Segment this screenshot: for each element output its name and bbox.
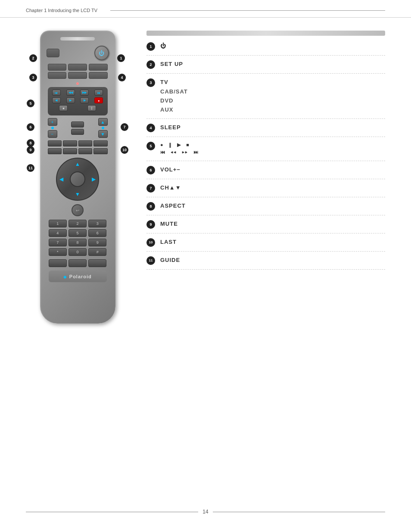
bottom-btn-1[interactable] [49, 259, 67, 267]
vol-down-button[interactable]: − [48, 130, 57, 138]
label-item-10: 10 LAST [146, 233, 385, 252]
src-btn[interactable] [48, 72, 67, 79]
small-btn-6[interactable] [63, 148, 77, 154]
label-text-3: TV [160, 78, 188, 87]
return-icon: ↩ [76, 208, 79, 213]
misc-btn-1[interactable] [71, 121, 84, 128]
power-button[interactable]: ⏻ [94, 46, 109, 60]
transport-row-3: ■ ‖ [50, 105, 106, 111]
key-5[interactable]: 5 [68, 229, 87, 237]
key-4[interactable]: 4 [49, 229, 67, 237]
label-group-7: CH▲▼ [160, 184, 181, 193]
fast-forward-button[interactable]: ▶▶ [80, 90, 89, 96]
key-0[interactable]: 0 [68, 248, 87, 256]
remote-top-bar [60, 37, 95, 40]
dpad-down-button[interactable]: ▼ [75, 191, 80, 197]
small-btn-7[interactable] [78, 148, 93, 154]
small-btn-2[interactable] [63, 140, 77, 146]
ch-up-button[interactable]: ▲ [98, 118, 108, 126]
label-group-5: ● ‖ ▶ ■ ⏮ ◀◀ ▶▶ ⏭ [160, 141, 199, 156]
label-item-3: 3 TV CAB/SAT DVD AUX [146, 74, 385, 119]
labels-top-bar [146, 31, 385, 36]
key-2[interactable]: 2 [68, 220, 87, 227]
rewind-button[interactable]: ◀◀ [66, 90, 75, 96]
ch-down-button[interactable]: ▼ [98, 130, 108, 138]
label-num-5: 5 [146, 142, 155, 150]
label-num-1: 1 [146, 42, 155, 51]
key-3[interactable]: 3 [88, 220, 106, 227]
label-num-6: 6 [146, 166, 155, 174]
transport-row-1: ⏮ ◀◀ ▶▶ ⏭ [50, 90, 106, 96]
src-btn[interactable] [68, 64, 87, 71]
label-group-11: GUIDE [160, 256, 180, 265]
small-btn-4[interactable] [93, 140, 108, 146]
dpad-center-button[interactable] [70, 171, 85, 187]
skip-back-button[interactable]: ⏮ [52, 90, 61, 96]
small-btn-5[interactable] [48, 148, 62, 154]
numeric-keypad: 1 2 3 4 5 6 7 8 9 * 0 # [49, 220, 107, 256]
src-btn[interactable] [48, 64, 67, 71]
play-left-button[interactable]: ◀ [52, 97, 61, 103]
key-hash[interactable]: # [88, 248, 106, 256]
label-group-1: ⏻ [160, 42, 166, 51]
chapter-label: Chapter 1 Introducing the LCD TV [26, 8, 97, 13]
key-8[interactable]: 8 [68, 239, 87, 246]
dpad-up-button[interactable]: ▲ [75, 161, 80, 167]
callout-4: 4 [118, 74, 126, 81]
play-button[interactable]: ▶ [66, 97, 75, 103]
power-icon: ⏻ [99, 50, 104, 56]
label-text-9: MUTE [160, 220, 178, 229]
bottom-buttons [49, 259, 107, 267]
label-text-11: GUIDE [160, 256, 180, 265]
label-group-3: TV CAB/SAT DVD AUX [160, 78, 188, 114]
label-item-5: 5 ● ‖ ▶ ■ ⏮ ◀◀ ▶▶ ⏭ [146, 137, 385, 161]
label-num-10: 10 [146, 238, 155, 247]
misc-btn-2[interactable] [71, 129, 84, 135]
key-7[interactable]: 7 [49, 239, 67, 246]
src-btn[interactable] [89, 64, 108, 71]
label-text-5a: ● ‖ ▶ ■ [160, 141, 199, 149]
small-buttons-row-2 [48, 148, 108, 154]
remote-top-row: ⏻ [44, 46, 111, 60]
dpad-right-button[interactable]: ▶ [92, 176, 96, 182]
small-btn-1[interactable] [48, 140, 62, 146]
record-button[interactable]: ● [94, 97, 103, 103]
brand-name: Polaroid [69, 274, 92, 279]
pause-button[interactable]: ‖ [87, 105, 96, 111]
label-item-4: 4 SLEEP [146, 119, 385, 137]
src-btn[interactable] [89, 72, 108, 79]
volume-block: + − [48, 118, 57, 138]
label-item-6: 6 VOL+− [146, 161, 385, 179]
label-num-11: 11 [146, 256, 155, 265]
dpad: ▲ ▼ ◀ ▶ [56, 158, 99, 201]
key-6[interactable]: 6 [88, 229, 106, 237]
label-item-8: 8 ASPECT [146, 197, 385, 215]
label-item-11: 11 GUIDE [146, 252, 385, 270]
polaroid-diamond-icon: ◆ [63, 274, 67, 279]
label-sub-aux: AUX [160, 105, 188, 114]
key-9[interactable]: 9 [88, 239, 106, 246]
callout-6: 6 [27, 123, 34, 131]
labels-section: 1 ⏻ 2 SET UP 3 TV CAB/SAT DVD AUX [146, 31, 385, 324]
remote-logo: ◆ Polaroid [49, 271, 107, 282]
small-btn-8[interactable] [93, 148, 108, 154]
label-group-4: SLEEP [160, 123, 181, 132]
callout-10: 10 [121, 146, 128, 154]
vol-ch-section: + − ▲ ▼ [48, 118, 108, 138]
label-num-4: 4 [146, 124, 155, 132]
play-right-button[interactable]: ▶ [80, 97, 89, 103]
vol-up-button[interactable]: + [48, 118, 57, 126]
key-1[interactable]: 1 [49, 220, 67, 227]
skip-forward-button[interactable]: ⏭ [94, 90, 103, 96]
return-button[interactable]: ↩ [72, 204, 84, 216]
label-item-7: 7 CH▲▼ [146, 179, 385, 197]
label-num-9: 9 [146, 220, 155, 229]
dpad-left-button[interactable]: ◀ [59, 176, 63, 182]
stop-button[interactable]: ■ [59, 105, 68, 111]
bottom-btn-3[interactable] [88, 259, 106, 267]
callout-5: 5 [27, 100, 34, 107]
bottom-btn-2[interactable] [68, 259, 87, 267]
src-btn[interactable] [68, 72, 87, 79]
key-star[interactable]: * [49, 248, 67, 256]
small-btn-3[interactable] [78, 140, 93, 146]
